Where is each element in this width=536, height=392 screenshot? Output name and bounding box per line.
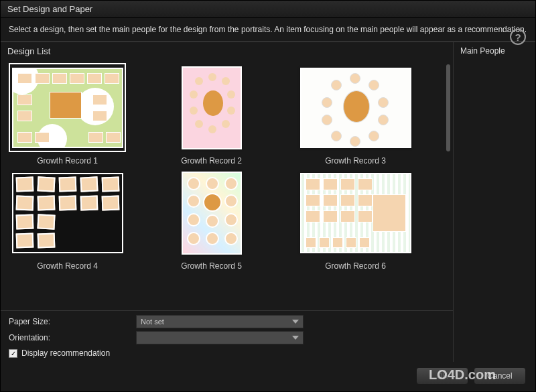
main-people-panel: Main People (454, 42, 535, 362)
display-recommendation-checkbox[interactable]: ✓ (9, 349, 17, 358)
chevron-down-icon (292, 336, 299, 340)
design-thumbnail (300, 173, 411, 253)
design-label: Growth Record 4 (37, 261, 98, 271)
dialog-window: Set Design and Paper Select a design, th… (0, 0, 536, 392)
design-item-growth-record-1[interactable]: Growth Record 1 (9, 63, 126, 166)
button-bar: OK Cancel (1, 362, 535, 391)
design-list: Growth Record 1 (1, 60, 453, 310)
design-item-growth-record-3[interactable]: Growth Record 3 (297, 63, 414, 166)
design-thumbnail (12, 173, 123, 253)
orientation-dropdown[interactable] (136, 331, 304, 344)
titlebar: Set Design and Paper (1, 1, 535, 18)
display-recommendation-label: Display recommendation (21, 348, 110, 358)
paper-size-value: Not set (141, 318, 164, 326)
paper-size-label: Paper Size: (9, 317, 136, 326)
design-label: Growth Record 1 (37, 156, 98, 166)
design-label: Growth Record 6 (325, 261, 386, 271)
bottom-controls: Paper Size: Not set Orientation: ✓ Disp (1, 310, 453, 362)
help-icon[interactable]: ? (510, 29, 526, 45)
design-label: Growth Record 5 (181, 261, 242, 271)
design-thumbnail (12, 68, 123, 148)
design-thumbnail (300, 68, 411, 148)
orientation-label: Orientation: (9, 333, 136, 342)
design-item-growth-record-4[interactable]: Growth Record 4 (9, 168, 126, 271)
design-item-growth-record-5[interactable]: Growth Record 5 (153, 168, 270, 271)
display-recommendation-row[interactable]: ✓ Display recommendation (9, 348, 445, 358)
content-area: Design List (1, 42, 535, 362)
design-panel: Design List (1, 42, 454, 362)
design-thumbnail (182, 66, 242, 149)
design-item-growth-record-2[interactable]: Growth Record 2 (153, 63, 270, 166)
cancel-button[interactable]: Cancel (474, 367, 526, 385)
chevron-down-icon (292, 320, 299, 324)
design-thumbnail (182, 172, 242, 255)
design-label: Growth Record 3 (325, 156, 386, 166)
instruction-bar: Select a design, then set the main peopl… (1, 18, 535, 42)
ok-button[interactable]: OK (416, 367, 468, 385)
design-label: Growth Record 2 (181, 156, 242, 166)
scrollbar[interactable] (446, 64, 450, 151)
design-item-growth-record-6[interactable]: Growth Record 6 (297, 168, 414, 271)
design-list-header: Design List (1, 42, 453, 60)
main-people-header: Main People (460, 46, 529, 56)
instruction-text: Select a design, then set the main peopl… (9, 25, 527, 34)
window-title: Set Design and Paper (7, 4, 92, 14)
paper-size-dropdown[interactable]: Not set (136, 315, 304, 328)
